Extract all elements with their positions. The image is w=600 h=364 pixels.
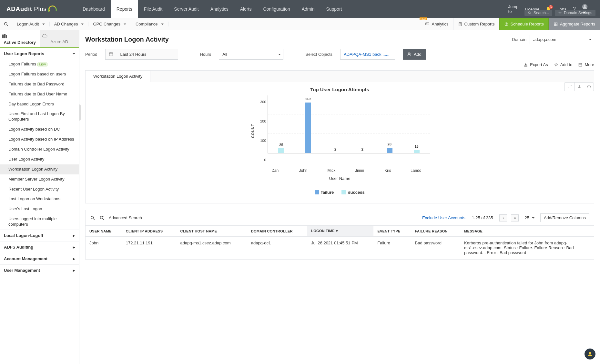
page-title: Workstation Logon Activity [85,36,169,43]
more-link[interactable]: More [578,62,594,67]
chart: Top User Logon Attempts COUNT 0100200300… [249,87,430,195]
building-icon [1,34,38,39]
svg-point-33 [91,216,94,219]
bar-failure [387,148,392,153]
calendar-icon[interactable] [105,49,117,60]
side-group-local-logon-logoff[interactable]: Local Logon-Logoff▸ [0,230,79,241]
col-failure-reason[interactable]: FAILURE REASON [411,226,460,237]
bar-success [332,153,338,153]
top-tab-dashboard[interactable]: Dashboard [77,0,111,18]
sub-toolbar: Logon AuditAD ChangesGPO ChangesComplian… [0,18,600,30]
aggregate-reports-button[interactable]: Aggregate Reports [549,18,600,30]
notifications-icon[interactable]: 3 [543,6,554,12]
aggregate-icon [554,22,558,26]
svg-rect-13 [556,23,557,24]
add-to-link[interactable]: Add to [554,62,573,67]
card-tab-workstation-logon[interactable]: Workstation Logon Activity [85,70,150,82]
report-icon [458,22,463,26]
side-group-user-management[interactable]: User Management▸ [0,265,79,276]
sidebar-item-member-server-logon-activity[interactable]: Member Server Logon Activity [0,174,79,184]
select-objects-box[interactable]: ADAPQA-MS1 back ...... [340,49,395,60]
col-domain-controller[interactable]: DOMAIN CONTROLLER [247,226,307,237]
sidebar-item-domain-controller-logon-activity[interactable]: Domain Controller Logon Activity [0,144,79,154]
svg-text:+: + [102,215,104,217]
sidebar-item-logon-failures-based-on-users[interactable]: Logon Failures based on users [0,69,79,79]
sidebar-item-user-logon-activity[interactable]: User Logon Activity [0,154,79,164]
add-remove-columns-button[interactable]: Add/Remove Columns [540,213,589,222]
chart-title: Top User Logon Attempts [249,87,430,92]
sidebar-item-logon-activity-based-on-dc[interactable]: Logon Activity based on DC [0,124,79,134]
clock-icon [504,22,509,26]
top-tab-alerts[interactable]: Alerts [234,0,258,18]
chart-user-icon[interactable] [574,83,584,91]
floating-help-avatar[interactable] [585,349,595,359]
sidebar-item-recent-user-logon-activity[interactable]: Recent User Logon Activity [0,184,79,194]
svg-rect-29 [569,86,569,88]
results-table: USER NAMECLIENT IP ADDRESSCLIENT HOST NA… [86,225,594,259]
analytics-icon [425,22,430,26]
sidebar-item-logon-failures[interactable]: Logon FailuresNEW [0,59,79,69]
side-tab-active-directory[interactable]: Active Directory [0,30,40,47]
pager-last[interactable]: » [511,214,519,221]
sidebar-item-failures-due-to-bad-user-name[interactable]: Failures due to Bad User Name [0,89,79,99]
top-tab-analytics[interactable]: Analytics [205,0,234,18]
table-search-icon[interactable] [90,215,95,221]
page-size-select[interactable]: 25 [524,215,534,220]
side-group-account-management[interactable]: Account Management▸ [0,253,79,264]
new-ribbon: NEW [420,17,428,20]
sidebar-item-logon-activity-based-on-ip-address[interactable]: Logon Activity based on IP Address [0,134,79,144]
pager-next[interactable]: › [499,214,507,221]
add-objects-button[interactable]: Add [403,49,426,60]
brand-logo: ADAudit Plus [0,0,64,18]
top-tab-admin[interactable]: Admin [296,0,320,18]
col-client-host-name[interactable]: CLIENT HOST NAME [176,226,247,237]
sub-dropdown-gpo-changes[interactable]: GPO Changes [88,22,131,26]
period-input[interactable]: Last 24 Hours [117,49,178,60]
top-tab-configuration[interactable]: Configuration [257,0,296,18]
hours-select[interactable]: All [219,49,283,60]
domain-select[interactable]: adapqa.com [530,35,594,44]
sidebar-item-last-logon-on-workstations[interactable]: Last Logon on Workstations [0,194,79,204]
sub-dropdown-logon-audit[interactable]: Logon Audit [12,22,50,26]
advanced-search-link[interactable]: Advanced Search [109,215,142,220]
top-tab-support[interactable]: Support [320,0,348,18]
exclude-user-accounts-link[interactable]: Exclude User Accounts [422,215,465,220]
gear-icon [558,11,562,15]
export-as-link[interactable]: Export As [524,62,548,67]
chart-refresh-icon[interactable] [584,83,594,91]
top-tab-server-audit[interactable]: Server Audit [168,0,204,18]
side-tab-azure-ad[interactable]: Azure AD [40,30,79,47]
sub-dropdown-compliance[interactable]: Compliance [131,22,168,26]
sidebar: Active Directory Azure AD User Logon Rep… [0,30,79,364]
chart-add-icon[interactable]: + [564,83,574,91]
chart-toolbar: + [564,82,594,91]
schedule-reports-button[interactable]: Schedule Reports [499,18,549,30]
col-logon-time[interactable]: LOGON TIME▾ [307,226,373,237]
sidebar-item-users-logged-into-multiple-computers[interactable]: Users logged into multiple computers [0,214,79,230]
sidebar-item-user-s-last-logon[interactable]: User's Last Logon [0,204,79,214]
col-client-ip-address[interactable]: CLIENT IP ADDRESS [122,226,177,237]
col-event-type[interactable]: EVENT TYPE [373,226,411,237]
sub-dropdown-ad-changes[interactable]: AD Changes [50,22,89,26]
analytics-button[interactable]: NEW Analytics [420,18,453,30]
custom-reports-button[interactable]: Custom Reports [453,18,499,30]
side-group-user-logon-reports[interactable]: User Logon Reports [0,48,79,59]
table-row[interactable]: John172.21.11.191adapq-ms1.csez.adap.com… [86,237,594,259]
advanced-search-icon[interactable]: + [99,215,105,221]
col-user-name[interactable]: USER NAME [86,226,122,237]
top-tab-file-audit[interactable]: File Audit [138,0,168,18]
sidebar-item-users-first-and-last-logon-by-computers[interactable]: Users First and Last Logon By Computers [0,109,79,124]
side-group-adfs-auditing[interactable]: ADFS Auditing▸ [0,241,79,253]
domain-settings-button[interactable]: Domain Settings [555,10,595,16]
sub-search-icon[interactable] [0,22,12,27]
sidebar-collapse-handle[interactable] [79,104,81,121]
sidebar-item-failures-due-to-bad-password[interactable]: Failures due to Bad Password [0,79,79,89]
svg-line-34 [93,219,95,220]
sidebar-item-workstation-logon-activity[interactable]: Workstation Logon Activity [0,164,79,174]
jump-to-link[interactable]: Jump to [505,4,522,14]
top-tab-reports[interactable]: Reports [111,0,138,18]
bar-success [414,150,420,153]
content-area: Workstation Logon Activity Domain adapqa… [79,30,600,364]
sidebar-item-day-based-logon-errors[interactable]: Day based Logon Errors [0,99,79,109]
col-message[interactable]: MESSAGE [460,226,594,237]
